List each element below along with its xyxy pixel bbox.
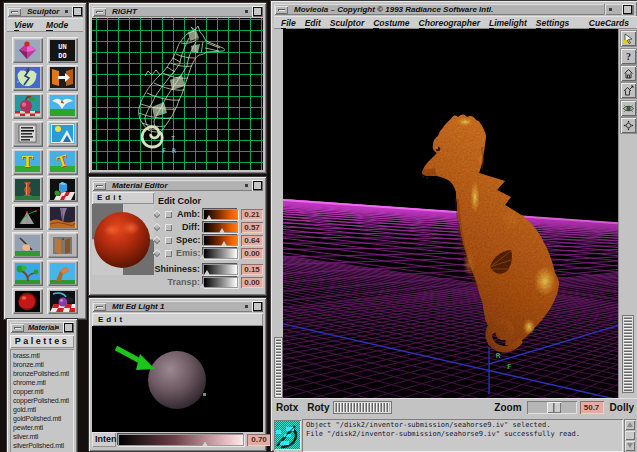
light-point-marker[interactable]	[203, 393, 206, 396]
material-titlebar[interactable]: Material	[10, 322, 74, 333]
tool-text-list-button[interactable]	[12, 121, 43, 147]
tool-hand-pick-button[interactable]	[12, 232, 43, 258]
window-menu-dot[interactable]	[245, 10, 248, 13]
palette-item[interactable]: gold.mtl	[13, 405, 74, 414]
emissive-value[interactable]: 0.00	[241, 248, 263, 259]
diamond-toggle[interactable]	[153, 249, 161, 257]
material-edit-menu[interactable]: Edit	[92, 192, 154, 204]
zoom-value[interactable]: 50.7	[580, 401, 604, 414]
menu-choreographer[interactable]: Choreographer	[419, 18, 480, 28]
tool-apple-lightning-button[interactable]	[12, 65, 43, 91]
tool-cherry-button[interactable]	[12, 93, 43, 119]
tool-spin-top-button[interactable]	[12, 37, 43, 63]
scrollbar-thumb[interactable]	[625, 431, 635, 440]
light-viewport[interactable]	[92, 326, 263, 432]
window-menu-dot[interactable]	[245, 305, 248, 308]
zoom-handle[interactable]	[547, 402, 561, 413]
minimize-button[interactable]	[8, 8, 21, 16]
scroll-down-button[interactable]	[625, 441, 635, 451]
menu-costume[interactable]: Costume	[373, 18, 409, 28]
intensity-thumb[interactable]	[202, 441, 208, 446]
tool-tornado-button[interactable]	[47, 204, 78, 230]
ambient-value[interactable]: 0.21	[241, 209, 263, 220]
right-view-titlebar[interactable]: RIGHT	[92, 6, 263, 17]
menu-sculptor[interactable]: Sculptor	[330, 18, 364, 28]
diamond-toggle[interactable]	[153, 236, 161, 244]
tool-branch-button[interactable]	[47, 260, 78, 286]
tool-pool-ball-button[interactable]	[47, 288, 78, 314]
tool-text-t-button[interactable]: T T	[12, 149, 43, 175]
slider-thumb[interactable]	[199, 283, 205, 288]
tool-undo-button[interactable]: UN DO	[47, 37, 78, 63]
ambient-slider[interactable]	[203, 209, 238, 220]
minimize-button[interactable]	[275, 6, 288, 14]
tool-eagle-button[interactable]	[47, 93, 78, 119]
palette-item[interactable]: silverPolished.mtl	[13, 441, 74, 450]
intensity-value[interactable]: 0.70	[247, 434, 271, 446]
window-menu-dot[interactable]	[56, 326, 59, 329]
checkbox[interactable]	[165, 224, 172, 231]
minimize-button[interactable]	[93, 8, 106, 16]
menu-mode[interactable]: Mode	[46, 20, 68, 30]
slider-thumb[interactable]	[221, 241, 227, 246]
maximize-button[interactable]	[72, 6, 83, 17]
light-editor-titlebar[interactable]: Mtl Ed Light 1	[92, 301, 263, 312]
scroll-up-button[interactable]	[625, 420, 635, 430]
maximize-button[interactable]	[252, 301, 263, 312]
menu-edit[interactable]: Edit	[305, 18, 321, 28]
menu-view[interactable]: View	[14, 20, 33, 30]
view-all-button[interactable]	[621, 101, 636, 116]
material-editor-titlebar[interactable]: Material Editor	[92, 180, 263, 191]
main-3d-viewport[interactable]: T R F	[283, 29, 618, 398]
maximize-button[interactable]	[252, 180, 263, 191]
palette-item[interactable]: chrome.mtl	[13, 378, 74, 387]
menu-limelight[interactable]: Limelight	[489, 18, 527, 28]
tool-tree-button[interactable]	[12, 260, 43, 286]
menu-file[interactable]: File	[281, 18, 296, 28]
palette-item[interactable]: bronzePolished.mtl	[13, 369, 74, 378]
shininess-slider[interactable]	[203, 264, 238, 275]
dolly-thumbwheel[interactable]	[623, 316, 633, 392]
diffuse-slider[interactable]	[203, 222, 238, 233]
checkbox[interactable]	[165, 237, 172, 244]
tool-extrude-checker-button[interactable]	[47, 176, 78, 202]
light-edit-menu[interactable]: Edit	[92, 313, 263, 326]
palette-item[interactable]: copperPolished.mtl	[13, 396, 74, 405]
palette-item[interactable]: copper.mtl	[13, 387, 74, 396]
tool-mirror-arrow-button[interactable]	[47, 65, 78, 91]
rotx-thumbwheel[interactable]	[275, 338, 282, 397]
maximize-button[interactable]	[252, 6, 263, 17]
intensity-slider[interactable]	[118, 434, 244, 446]
transparency-value[interactable]: 0.00	[241, 277, 263, 288]
palette-item[interactable]: silver.mtl	[13, 432, 74, 441]
emissive-slider[interactable]	[203, 248, 238, 259]
shininess-value[interactable]: 0.15	[241, 264, 263, 275]
set-home-button[interactable]	[621, 83, 636, 98]
palette-item[interactable]: brass.mtl	[13, 351, 74, 360]
tool-vase-button[interactable]	[12, 176, 43, 202]
seek-button[interactable]	[621, 118, 636, 133]
pick-arrow-button[interactable]	[621, 31, 636, 46]
tool-text-t-tilted-button[interactable]: T T	[47, 149, 78, 175]
slider-thumb[interactable]	[206, 215, 212, 220]
tool-wire-sail-button[interactable]	[12, 204, 43, 230]
palette-item[interactable]: bronze.mtl	[13, 360, 74, 369]
menu-cuecards[interactable]: CueCards	[589, 18, 629, 28]
diffuse-value[interactable]: 0.57	[241, 222, 263, 233]
zoom-slider[interactable]	[527, 401, 577, 414]
minimize-button[interactable]	[11, 324, 24, 332]
maximize-button[interactable]	[63, 322, 74, 333]
slider-thumb[interactable]	[199, 254, 205, 259]
tool-landscape-button[interactable]	[47, 121, 78, 147]
checkbox[interactable]	[165, 211, 172, 218]
slider-thumb[interactable]	[219, 228, 225, 233]
tool-red-sphere-button[interactable]	[12, 288, 43, 314]
roty-thumbwheel[interactable]	[334, 402, 391, 413]
home-button[interactable]	[621, 66, 636, 81]
specular-slider[interactable]	[203, 235, 238, 246]
slider-thumb[interactable]	[204, 270, 210, 275]
transparency-slider[interactable]	[203, 277, 238, 288]
minimize-button[interactable]	[93, 182, 106, 190]
specular-value[interactable]: 0.64	[241, 235, 263, 246]
menu-settings[interactable]: Settings	[536, 18, 570, 28]
